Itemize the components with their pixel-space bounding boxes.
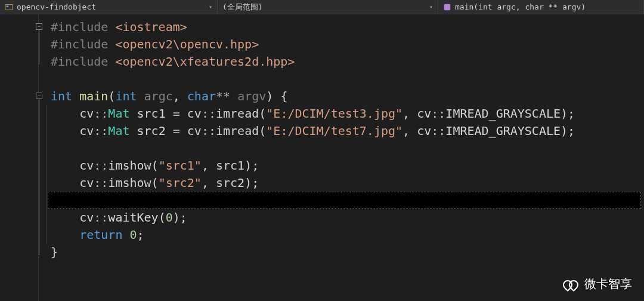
gutter: −− (0, 14, 39, 301)
project-icon (5, 3, 13, 11)
dropdown-arrow-icon: ▾ (209, 4, 212, 10)
function-signature: main(int argc, char ** argv) (455, 2, 639, 11)
svg-rect-1 (7, 5, 9, 7)
project-name: opencv-findobject (17, 2, 209, 11)
function-dropdown[interactable]: main(int argc, char ** argv) (438, 0, 644, 14)
code-line[interactable]: #include <opencv2\xfeatures2d.hpp> (51, 53, 644, 70)
code-editor[interactable]: −− #include <iostream>#include <opencv2\… (0, 14, 644, 301)
code-line[interactable]: return 0; (51, 226, 644, 244)
code-line[interactable] (51, 140, 644, 157)
code-line[interactable]: } (51, 244, 644, 261)
scope-label: (全局范围) (222, 2, 429, 13)
navigation-bar: opencv-findobject ▾ (全局范围) ▾ main(int ar… (0, 0, 644, 14)
code-line[interactable] (51, 192, 644, 209)
code-line[interactable]: cv::Mat src1 = cv::imread("E:/DCIM/test3… (51, 105, 644, 122)
watermark: 微卡智享 (563, 276, 632, 292)
code-line[interactable] (51, 70, 644, 88)
code-line[interactable]: cv::Mat src2 = cv::imread("E:/DCIM/test7… (51, 122, 644, 140)
code-line[interactable]: #include <opencv2\opencv.hpp> (51, 36, 644, 53)
svg-rect-2 (444, 4, 451, 10)
code-line[interactable]: cv::waitKey(0); (51, 209, 644, 226)
wechat-icon (563, 278, 578, 291)
dropdown-arrow-icon: ▾ (429, 4, 433, 10)
code-line[interactable]: #include <iostream> (51, 19, 644, 36)
code-area[interactable]: #include <iostream>#include <opencv2\ope… (39, 14, 644, 301)
code-line[interactable]: cv::imshow("src2", src2); (51, 174, 644, 192)
watermark-text: 微卡智享 (584, 276, 632, 292)
project-dropdown[interactable]: opencv-findobject ▾ (0, 0, 218, 14)
code-line[interactable]: int main(int argc, char** argv) { (51, 88, 644, 105)
function-icon (443, 3, 451, 11)
scope-dropdown[interactable]: (全局范围) ▾ (218, 0, 438, 14)
code-line[interactable]: cv::imshow("src1", src1); (51, 157, 644, 174)
